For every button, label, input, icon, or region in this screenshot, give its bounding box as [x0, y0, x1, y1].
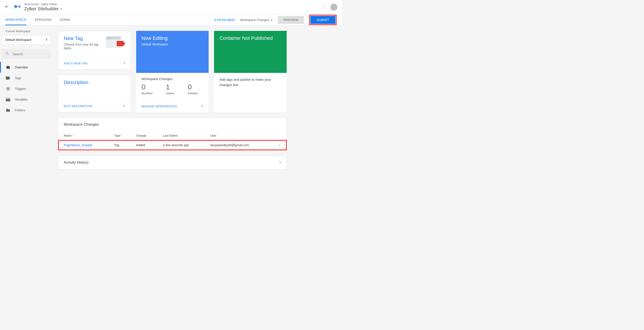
description-card: Description EDIT DESCRIPTION [58, 75, 131, 112]
workspace-changes-label: Workspace Changes [142, 77, 204, 81]
description-title: Description [64, 80, 125, 86]
manage-workspaces-label: MANAGE WORKSPACES [142, 105, 177, 108]
avatar[interactable] [330, 4, 338, 11]
current-workspace-label: Current Workspace [5, 30, 51, 33]
col-user[interactable]: User [205, 131, 268, 140]
variables-icon [6, 97, 10, 102]
gtm-logo-icon [14, 4, 20, 11]
col-name[interactable]: Name ↑ [58, 131, 109, 140]
preview-button[interactable]: PREVIEW [278, 16, 304, 24]
chevron-right-icon [124, 61, 125, 65]
submit-button[interactable]: SUBMIT [310, 16, 336, 24]
stat-deleted-label: Deleted [188, 92, 198, 95]
sidebar-item-label: Overview [15, 66, 28, 69]
overview-icon [6, 65, 10, 70]
sidebar-item-label: Variables [15, 98, 28, 101]
sidebar-item-triggers[interactable]: Triggers [2, 84, 51, 94]
sidebar-item-tags[interactable]: Tags [2, 73, 51, 84]
container-status-title: Container Not Published [219, 35, 281, 41]
triggers-icon [6, 86, 10, 91]
sidebar-item-label: Folders [15, 108, 25, 112]
tab-admin[interactable]: ADMIN [60, 14, 70, 25]
sidebar-item-overview[interactable]: Overview [2, 62, 51, 73]
submit-highlight: SUBMIT [309, 15, 336, 25]
svg-point-6 [107, 38, 108, 38]
sidebar-item-variables[interactable]: Variables [2, 94, 51, 105]
search-wrap[interactable] [2, 49, 51, 59]
chevron-right-icon [124, 104, 125, 108]
stat-added: 1 Added [166, 83, 174, 95]
svg-rect-0 [18, 4, 20, 8]
new-tag-sub: Choose from over 50 tag types. [64, 43, 100, 50]
row-change: Added [131, 140, 158, 150]
stat-deleted: 0 Deleted [188, 83, 198, 95]
search-icon [5, 51, 10, 56]
workspace-changes-table-title: Workspace Changes [58, 118, 286, 131]
back-arrow-icon[interactable] [4, 4, 9, 10]
main-content: New Tag Choose from over 50 tag types. A… [53, 26, 292, 175]
app-header: All accounts › Zylker Online Zylker Site… [0, 0, 342, 14]
more-vert-icon[interactable]: ⋮ [200, 35, 203, 40]
col-change[interactable]: Change [131, 131, 158, 140]
workspace-selector[interactable]: Default Workspace [2, 35, 51, 44]
new-tag-card: New Tag Choose from over 50 tag types. A… [58, 31, 131, 70]
now-editing-card: Now Editing Default Workspace ⋮ Workspac… [136, 31, 209, 112]
folders-icon [6, 108, 10, 112]
svg-point-7 [109, 38, 110, 38]
tabs-bar: WORKSPACE VERSIONS ADMIN GTM-56JJBH5 Wor… [0, 14, 342, 26]
sidebar-item-label: Triggers [15, 87, 26, 90]
activity-history-title: Activity History [64, 160, 88, 165]
edit-description-label: EDIT DESCRIPTION [64, 104, 92, 108]
activity-history-card[interactable]: Activity History [58, 156, 287, 170]
tags-icon [6, 76, 10, 80]
row-last-edited: a few seconds ago [158, 140, 205, 150]
edit-description-link[interactable]: EDIT DESCRIPTION [58, 100, 130, 112]
tab-workspace[interactable]: WORKSPACE [5, 14, 26, 25]
row-type: Tag [109, 140, 131, 150]
container-title[interactable]: Zylker Sitebuilder ▾ [24, 6, 322, 12]
row-name-link[interactable]: PageSense_Snippet [64, 143, 92, 147]
stat-added-label: Added [166, 92, 174, 95]
col-last-edited[interactable]: Last Edited [158, 131, 205, 140]
svg-point-3 [8, 88, 9, 90]
container-id-link[interactable]: GTM-56JJBH5 [214, 18, 235, 22]
tag-illustration-icon [106, 36, 125, 50]
stat-added-num: 1 [166, 83, 174, 91]
sidebar-item-label: Tags [15, 76, 22, 80]
svg-point-8 [110, 38, 111, 38]
sidebar: Current Workspace Default Workspace Over… [0, 26, 53, 175]
stat-deleted-num: 0 [188, 83, 198, 91]
row-user: tanyapandey04@gmail.com [205, 140, 268, 150]
chevron-right-icon [46, 38, 48, 42]
container-status-body: Add tags and publish to make your change… [214, 73, 287, 99]
breadcrumb[interactable]: All accounts › Zylker Online [24, 3, 322, 6]
sidebar-item-folders[interactable]: Folders [2, 105, 51, 116]
more-vert-icon[interactable]: ⋮ [322, 4, 327, 10]
table-row[interactable]: PageSense_Snippet Tag Added a few second… [58, 140, 286, 150]
dropdown-caret-icon: ▾ [60, 8, 62, 10]
container-title-text: Zylker Sitebuilder [24, 6, 59, 12]
chevron-right-icon [202, 104, 203, 108]
col-type[interactable]: Type [109, 131, 131, 140]
search-input[interactable] [12, 52, 55, 56]
add-new-tag-link[interactable]: ADD A NEW TAG [58, 57, 130, 69]
manage-workspaces-link[interactable]: MANAGE WORKSPACES [136, 100, 209, 112]
sort-asc-icon: ↑ [72, 134, 74, 137]
stat-modified: 0 Modified [142, 83, 152, 95]
tab-versions[interactable]: VERSIONS [34, 14, 52, 25]
stat-modified-label: Modified [142, 92, 152, 95]
container-status-card: Container Not Published Add tags and pub… [214, 31, 287, 112]
workspace-selector-value: Default Workspace [5, 38, 32, 42]
stat-modified-num: 0 [142, 83, 152, 91]
workspace-changes-count: Workspace Changes: 1 [240, 18, 272, 22]
chevron-right-icon [279, 160, 281, 164]
row-more-icon[interactable]: ⋮ [268, 140, 286, 150]
now-editing-title: Now Editing [142, 35, 168, 41]
now-editing-sub: Default Workspace [142, 42, 168, 46]
workspace-changes-table-card: Workspace Changes Name ↑ Type Change Las… [58, 118, 287, 150]
add-new-tag-label: ADD A NEW TAG [64, 62, 88, 65]
svg-rect-1 [14, 4, 18, 8]
